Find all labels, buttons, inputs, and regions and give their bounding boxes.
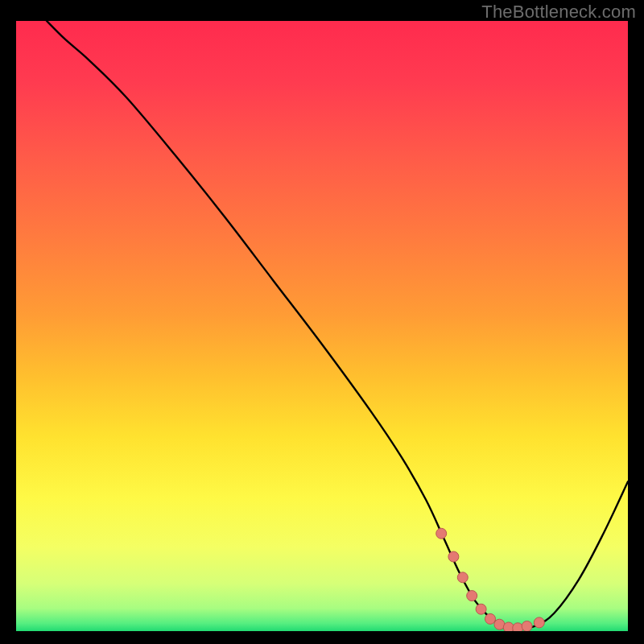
marker-point bbox=[503, 622, 514, 631]
marker-point bbox=[534, 617, 544, 628]
marker-point bbox=[476, 604, 486, 614]
curve-layer bbox=[16, 21, 628, 631]
bottleneck-curve bbox=[47, 21, 628, 629]
plot-area bbox=[16, 21, 628, 631]
marker-point bbox=[467, 591, 477, 601]
chart-frame: TheBottleneck.com bbox=[0, 0, 644, 644]
marker-point bbox=[522, 621, 532, 631]
marker-point bbox=[436, 528, 447, 539]
marker-point bbox=[457, 572, 468, 583]
highlighted-points bbox=[436, 528, 545, 631]
marker-point bbox=[448, 551, 459, 562]
marker-point bbox=[485, 613, 496, 624]
watermark-text: TheBottleneck.com bbox=[481, 2, 636, 23]
